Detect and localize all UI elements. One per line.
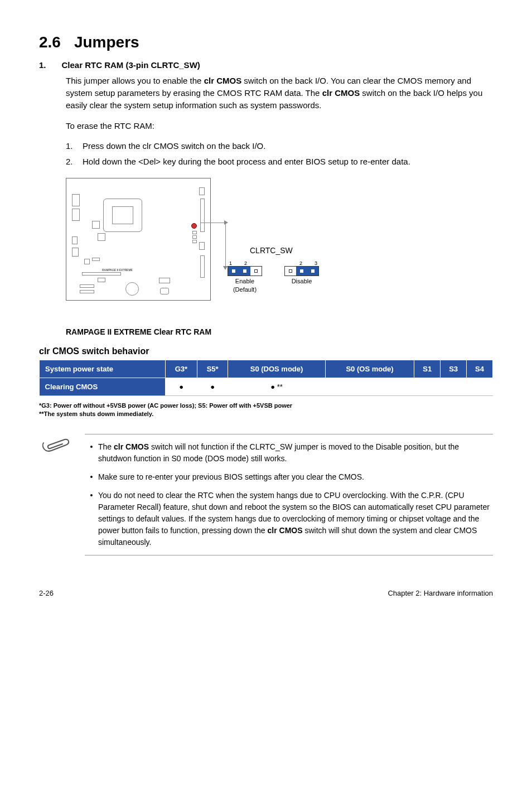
text: This jumper allows you to enable the: [66, 76, 204, 85]
page-number: 2-26: [39, 589, 54, 597]
section-heading: 2.6Jumpers: [39, 33, 493, 51]
jumper-text: Disable: [284, 278, 319, 284]
pin-num: 2: [299, 260, 302, 266]
jumper-enable: 12 Enable (Default): [228, 260, 262, 293]
jumper-text: Enable: [228, 278, 262, 284]
note-box: • The clr CMOS switch will not function …: [39, 434, 493, 555]
table-cell: [325, 378, 414, 395]
list-item: 1. Press down the clr CMOS switch on the…: [66, 140, 493, 152]
table-cell: ●: [165, 378, 197, 395]
table-header: S1: [414, 360, 441, 378]
table-row: Clearing CMOS ● ● ● **: [40, 378, 493, 395]
step-text: Hold down the <Del> key during the boot …: [83, 156, 410, 168]
table-header: S5*: [197, 360, 228, 378]
page-footer: 2-26 Chapter 2: Hardware information: [39, 589, 493, 597]
table-header: G3*: [165, 360, 197, 378]
table-cell: [467, 378, 493, 395]
chapter-label: Chapter 2: Hardware information: [388, 589, 493, 597]
table-cell: ●: [197, 378, 228, 395]
note-text: Make sure to re-enter your previous BIOS…: [98, 471, 364, 483]
section-number: 2.6: [39, 33, 61, 51]
board-outline: RAMPAGE II EXTREME: [66, 178, 211, 301]
note-text: You do not need to clear the RTC when th…: [98, 490, 493, 548]
step-text: Press down the clr CMOS switch on the ba…: [83, 140, 265, 152]
diagram-caption: RAMPAGE II EXTREME Clear RTC RAM: [66, 327, 493, 336]
bullet-icon: •: [85, 471, 98, 483]
list-item: 1. Clear RTC RAM (3-pin CLRTC_SW) This j…: [39, 60, 493, 168]
table-cell: ● **: [228, 378, 326, 395]
table-cell: [441, 378, 467, 395]
motherboard-diagram: RAMPAGE II EXTREME CLRTC_SW 12 Enable (D…: [66, 178, 356, 323]
bold-text: clr CMOS: [322, 88, 360, 98]
ordered-sublist: 1. Press down the clr CMOS switch on the…: [66, 140, 493, 168]
table-footnote: *G3: Power off without +5VSB power (AC p…: [39, 402, 493, 419]
jumper-label: CLRTC_SW: [250, 246, 293, 255]
item-title: Clear RTC RAM (3-pin CLRTC_SW): [61, 60, 200, 70]
pin-num: 2: [244, 260, 247, 266]
paragraph: This jumper allows you to enable the clr…: [66, 75, 493, 111]
jumper-disable: 23 Disable: [284, 260, 319, 293]
jumper-highlight-icon: [191, 223, 197, 229]
bullet-icon: •: [85, 490, 98, 548]
table-header: S0 (OS mode): [325, 360, 414, 378]
paragraph: To erase the RTC RAM:: [66, 120, 493, 132]
item-number: 1.: [39, 60, 59, 70]
table-header: S4: [467, 360, 493, 378]
table-title: clr CMOS switch behavior: [39, 346, 493, 356]
jumper-text: (Default): [228, 286, 262, 293]
pin-num: 3: [315, 260, 317, 266]
footnote-line: **The system shuts dowm immediately.: [39, 410, 493, 418]
note-item: • The clr CMOS switch will not function …: [85, 441, 493, 465]
note-text: The clr CMOS switch will not function if…: [98, 441, 493, 465]
table-header: S0 (DOS mode): [228, 360, 326, 378]
paperclip-icon: [39, 434, 72, 555]
step-number: 1.: [66, 140, 83, 152]
footnote-line: *G3: Power off without +5VSB power (AC p…: [39, 402, 493, 410]
table-header: S3: [441, 360, 467, 378]
list-item: 2. Hold down the <Del> key during the bo…: [66, 156, 493, 168]
section-title-text: Jumpers: [74, 33, 139, 51]
table-cell: [414, 378, 441, 395]
behavior-table: System power state G3* S5* S0 (DOS mode)…: [39, 360, 493, 396]
pin-num: 1: [229, 260, 232, 266]
note-item: • Make sure to re-enter your previous BI…: [85, 471, 493, 483]
step-number: 2.: [66, 156, 83, 168]
bullet-icon: •: [85, 441, 98, 465]
table-header: System power state: [40, 360, 166, 378]
table-cell: Clearing CMOS: [40, 378, 166, 395]
note-item: • You do not need to clear the RTC when …: [85, 490, 493, 548]
bold-text: clr CMOS: [204, 76, 242, 85]
